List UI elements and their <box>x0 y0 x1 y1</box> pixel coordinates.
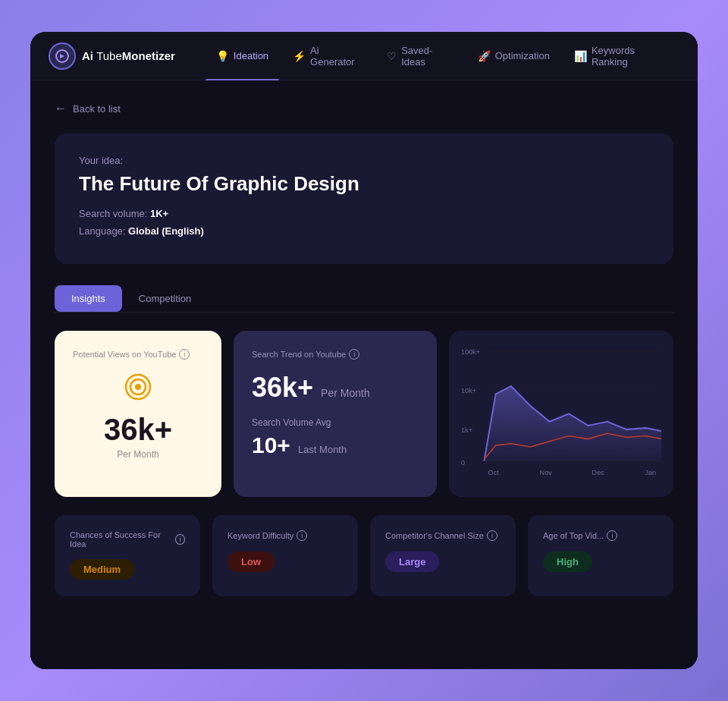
nav-item-ai-generator[interactable]: ⚡ Ai Generator <box>282 39 373 74</box>
app-window: Ai TubeMonetizer 💡 Ideation ⚡ Ai Generat… <box>30 32 698 669</box>
svg-text:Jan: Jan <box>645 469 656 476</box>
tab-insights[interactable]: Insights <box>55 285 122 312</box>
keyword-badge: Low <box>228 552 275 572</box>
search-info-icon[interactable]: i <box>349 349 359 360</box>
svg-text:0: 0 <box>461 459 465 467</box>
logo-icon <box>49 42 76 70</box>
nav-item-saved-ideas[interactable]: ♡ Saved-Ideas <box>376 39 464 74</box>
svg-point-3 <box>135 384 141 390</box>
nav-label-saved-ideas: Saved-Ideas <box>401 45 453 68</box>
competitor-badge: Large <box>385 552 439 572</box>
target-icon <box>123 372 153 402</box>
competitor-channel-card: Competitor's Channel Size i Large <box>370 515 516 596</box>
search-main-value: 36k+ Per Month <box>252 372 419 404</box>
views-card-label: Potential Views on YouTube i <box>73 349 203 360</box>
back-link-label: Back to list <box>73 103 121 115</box>
tab-competition[interactable]: Competition <box>122 285 208 312</box>
navbar: Ai TubeMonetizer 💡 Ideation ⚡ Ai Generat… <box>30 32 698 80</box>
nav-items: 💡 Ideation ⚡ Ai Generator ♡ Saved-Ideas … <box>206 39 679 74</box>
views-card: Potential Views on YouTube i 36k+ Per Mo… <box>55 331 221 497</box>
views-value: 36k+ <box>73 414 203 445</box>
keyword-info-icon[interactable]: i <box>297 530 307 541</box>
language-value: Global (English) <box>128 225 204 237</box>
svg-text:100k+: 100k+ <box>461 347 480 355</box>
nav-label-keywords-ranking: Keywords Ranking <box>592 45 669 68</box>
search-card: Search Trend on Youtube i 36k+ Per Month… <box>234 331 437 497</box>
keyword-difficulty-card: Keyword Difficulty i Low <box>212 515 358 596</box>
success-badge: Medium <box>70 559 134 580</box>
language-meta: Language: Global (English) <box>79 225 649 237</box>
svg-text:Dec: Dec <box>592 469 605 476</box>
optimization-icon: 🚀 <box>478 50 491 62</box>
svg-text:Oct: Oct <box>488 469 500 476</box>
ai-generator-icon: ⚡ <box>293 50 306 62</box>
svg-text:1k+: 1k+ <box>461 426 472 434</box>
trend-chart: 100k+ 10k+ 1k+ 0 <box>461 343 661 485</box>
metrics-row: Potential Views on YouTube i 36k+ Per Mo… <box>55 331 673 497</box>
tabs-row: Insights Competition <box>55 285 673 313</box>
success-card: Chances of Success For Idea i Medium <box>55 515 200 596</box>
age-info-icon[interactable]: i <box>607 530 617 541</box>
logo-text: Ai TubeMonetizer <box>82 49 175 62</box>
idea-label: Your idea: <box>79 155 649 166</box>
svg-text:10k+: 10k+ <box>461 387 476 395</box>
search-volume-meta: Search volume: 1K+ <box>79 208 649 219</box>
competitor-info-icon[interactable]: i <box>487 530 497 541</box>
nav-item-ideation[interactable]: 💡 Ideation <box>206 44 279 68</box>
nav-item-optimization[interactable]: 🚀 Optimization <box>467 44 560 68</box>
keywords-ranking-icon: 📊 <box>574 50 587 62</box>
back-link[interactable]: ← Back to list <box>55 102 673 115</box>
age-badge: High <box>543 552 592 572</box>
age-top-videos-label: Age of Top Vid... i <box>543 530 658 541</box>
idea-title: The Future Of Graphic Design <box>79 172 649 196</box>
nav-label-ai-generator: Ai Generator <box>310 45 362 68</box>
views-unit: Per Month <box>73 449 203 460</box>
competitor-channel-label: Competitor's Channel Size i <box>385 530 500 541</box>
nav-label-optimization: Optimization <box>495 50 550 61</box>
age-top-videos-card: Age of Top Vid... i High <box>528 515 673 596</box>
keyword-difficulty-label: Keyword Difficulty i <box>228 530 343 541</box>
nav-item-keywords-ranking[interactable]: 📊 Keywords Ranking <box>563 39 679 74</box>
search-volume-value: 1K+ <box>150 208 168 219</box>
chart-container: 100k+ 10k+ 1k+ 0 <box>449 331 673 497</box>
main-content: ← Back to list Your idea: The Future Of … <box>30 80 698 669</box>
views-info-icon[interactable]: i <box>179 349 190 360</box>
search-card-label: Search Trend on Youtube i <box>252 349 419 360</box>
nav-label-ideation: Ideation <box>234 50 268 61</box>
success-info-icon[interactable]: i <box>175 534 185 545</box>
back-arrow-icon: ← <box>55 102 67 115</box>
search-volume-avg-value: 10+ Last Month <box>252 432 419 458</box>
ideation-icon: 💡 <box>216 50 229 62</box>
logo: Ai TubeMonetizer <box>49 42 175 70</box>
success-label: Chances of Success For Idea i <box>70 530 185 549</box>
idea-card: Your idea: The Future Of Graphic Design … <box>55 134 673 264</box>
svg-text:Nov: Nov <box>540 469 553 476</box>
volume-avg-label: Search Volume Avg <box>252 417 419 428</box>
last-month-label: Last Month <box>298 444 347 455</box>
bottom-cards-row: Chances of Success For Idea i Medium Key… <box>55 515 673 596</box>
saved-ideas-icon: ♡ <box>387 50 397 62</box>
search-per-month: Per Month <box>321 387 370 399</box>
